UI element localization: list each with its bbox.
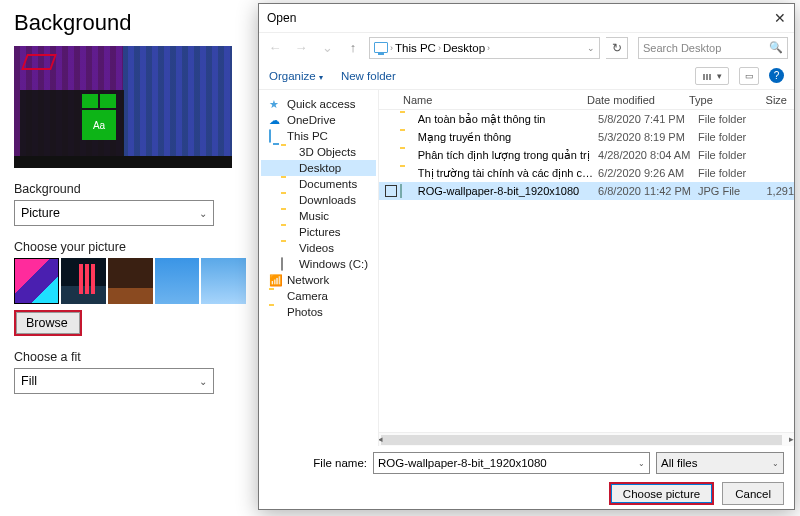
- column-date[interactable]: Date modified: [587, 94, 689, 106]
- tree-item-label: Photos: [287, 306, 323, 318]
- file-type: File folder: [698, 149, 761, 161]
- tree-item-network[interactable]: 📶Network: [261, 272, 376, 288]
- dialog-titlebar: Open ✕: [259, 4, 794, 32]
- file-type: File folder: [698, 113, 761, 125]
- filetype-filter-dropdown[interactable]: All files ⌄: [656, 452, 784, 474]
- background-dropdown[interactable]: Picture ⌄: [14, 200, 214, 226]
- filename-label: File name:: [269, 457, 367, 469]
- search-input[interactable]: Search Desktop 🔍: [638, 37, 788, 59]
- column-name[interactable]: Name: [403, 94, 587, 106]
- chevron-right-icon: ›: [438, 43, 441, 53]
- nav-up-icon[interactable]: ↑: [343, 38, 363, 58]
- choose-picture-label: Choose your picture: [14, 240, 246, 254]
- chevron-down-icon[interactable]: ⌄: [638, 459, 645, 468]
- picture-thumb[interactable]: [14, 258, 59, 304]
- tree-item-label: Documents: [299, 178, 357, 190]
- column-size[interactable]: Size: [753, 94, 787, 106]
- tree-item-documents[interactable]: Documents: [261, 176, 376, 192]
- search-placeholder: Search Desktop: [643, 42, 721, 54]
- preview-pane-button[interactable]: ▭: [739, 67, 759, 85]
- scroll-right-icon[interactable]: ▸: [789, 434, 794, 444]
- tree-item-quick-access[interactable]: ★Quick access: [261, 96, 376, 112]
- close-icon[interactable]: ✕: [774, 10, 786, 26]
- picture-thumb[interactable]: [201, 258, 246, 304]
- rog-logo-icon: [24, 54, 54, 70]
- folder-tree[interactable]: ★Quick access☁OneDriveThis PC3D ObjectsD…: [259, 90, 379, 446]
- chevron-down-icon[interactable]: ⌄: [587, 43, 595, 53]
- tree-item-camera[interactable]: Camera: [261, 288, 376, 304]
- nav-back-icon[interactable]: ←: [265, 38, 285, 58]
- fit-label: Choose a fit: [14, 350, 246, 364]
- file-date: 6/8/2020 11:42 PM: [598, 185, 698, 197]
- help-icon[interactable]: ?: [769, 68, 784, 83]
- file-row[interactable]: Phân tích định lượng trong quản trị4/28/…: [379, 146, 794, 164]
- scroll-left-icon[interactable]: ◂: [379, 434, 383, 444]
- file-row[interactable]: Thị trường tài chính và các định chế tài…: [379, 164, 794, 182]
- filename-value: ROG-wallpaper-8-bit_1920x1080: [378, 457, 547, 469]
- pc-icon: [374, 41, 388, 55]
- breadcrumb[interactable]: › This PC › Desktop › ⌄: [369, 37, 600, 59]
- tree-item-onedrive[interactable]: ☁OneDrive: [261, 112, 376, 128]
- tree-item-windows-c-[interactable]: Windows (C:): [261, 256, 376, 272]
- file-row[interactable]: Mạng truyền thông5/3/2020 8:19 PMFile fo…: [379, 128, 794, 146]
- chevron-down-icon: ⌄: [199, 208, 207, 219]
- file-list-header[interactable]: Name Date modified Type Size: [379, 90, 794, 110]
- tree-item-label: Desktop: [299, 162, 341, 174]
- tree-item-videos[interactable]: Videos: [261, 240, 376, 256]
- organize-menu[interactable]: Organize ▾: [269, 70, 323, 82]
- page-title: Background: [14, 10, 246, 36]
- breadcrumb-item[interactable]: This PC: [395, 42, 436, 54]
- tree-item-downloads[interactable]: Downloads: [261, 192, 376, 208]
- browse-button[interactable]: Browse: [14, 310, 82, 336]
- chevron-down-icon: ⌄: [199, 376, 207, 387]
- column-type[interactable]: Type: [689, 94, 753, 106]
- horizontal-scrollbar[interactable]: ◂ ▸: [379, 432, 794, 446]
- cancel-button[interactable]: Cancel: [722, 482, 784, 505]
- choose-picture-button[interactable]: Choose picture: [609, 482, 714, 505]
- nav-forward-icon[interactable]: →: [291, 38, 311, 58]
- preview-tile-small: [100, 94, 116, 108]
- tree-item-desktop[interactable]: Desktop: [261, 160, 376, 176]
- dialog-title: Open: [267, 11, 296, 25]
- file-date: 6/2/2020 9:26 AM: [598, 167, 698, 179]
- file-date: 4/28/2020 8:04 AM: [598, 149, 698, 161]
- file-name: An toàn bảo mật thông tin: [418, 113, 598, 126]
- refresh-icon[interactable]: ↻: [606, 37, 628, 59]
- tree-item-label: Camera: [287, 290, 328, 302]
- wallpaper-preview: Aa: [14, 46, 232, 168]
- picture-thumb[interactable]: [108, 258, 153, 304]
- dialog-footer: File name: ROG-wallpaper-8-bit_1920x1080…: [259, 446, 794, 515]
- tree-item-pictures[interactable]: Pictures: [261, 224, 376, 240]
- taskbar-mock: [14, 156, 232, 168]
- settings-background-panel: Background Aa Background Picture ⌄ Choos…: [0, 0, 260, 404]
- new-folder-button[interactable]: New folder: [341, 70, 396, 82]
- tree-item-label: Music: [299, 210, 329, 222]
- background-label: Background: [14, 182, 246, 196]
- cancel-label: Cancel: [735, 488, 771, 500]
- chevron-down-icon: ⌄: [772, 459, 779, 468]
- file-type: File folder: [698, 131, 761, 143]
- picture-thumb[interactable]: [61, 258, 106, 304]
- tree-item-label: OneDrive: [287, 114, 336, 126]
- filter-value: All files: [661, 457, 697, 469]
- preview-tile: Aa: [82, 110, 116, 140]
- picture-thumb[interactable]: [155, 258, 200, 304]
- fit-dropdown[interactable]: Fill ⌄: [14, 368, 214, 394]
- tree-item-music[interactable]: Music: [261, 208, 376, 224]
- file-type: File folder: [698, 167, 761, 179]
- tree-item-this-pc[interactable]: This PC: [261, 128, 376, 144]
- background-value: Picture: [21, 206, 60, 220]
- file-list-area: Name Date modified Type Size An toàn bảo…: [379, 90, 794, 446]
- browse-button-label: Browse: [16, 312, 78, 334]
- tree-item-3d-objects[interactable]: 3D Objects: [261, 144, 376, 160]
- nav-recent-icon[interactable]: ⌄: [317, 38, 337, 58]
- file-row[interactable]: An toàn bảo mật thông tin5/8/2020 7:41 P…: [379, 110, 794, 128]
- file-row[interactable]: ROG-wallpaper-8-bit_1920x10806/8/2020 11…: [379, 182, 794, 200]
- view-options-button[interactable]: ▾: [695, 67, 729, 85]
- breadcrumb-item[interactable]: Desktop: [443, 42, 485, 54]
- filename-input[interactable]: ROG-wallpaper-8-bit_1920x1080 ⌄: [373, 452, 650, 474]
- tree-item-label: 3D Objects: [299, 146, 356, 158]
- tree-item-photos[interactable]: Photos: [261, 304, 376, 320]
- checkbox-icon[interactable]: [385, 185, 397, 197]
- file-list: An toàn bảo mật thông tin5/8/2020 7:41 P…: [379, 110, 794, 200]
